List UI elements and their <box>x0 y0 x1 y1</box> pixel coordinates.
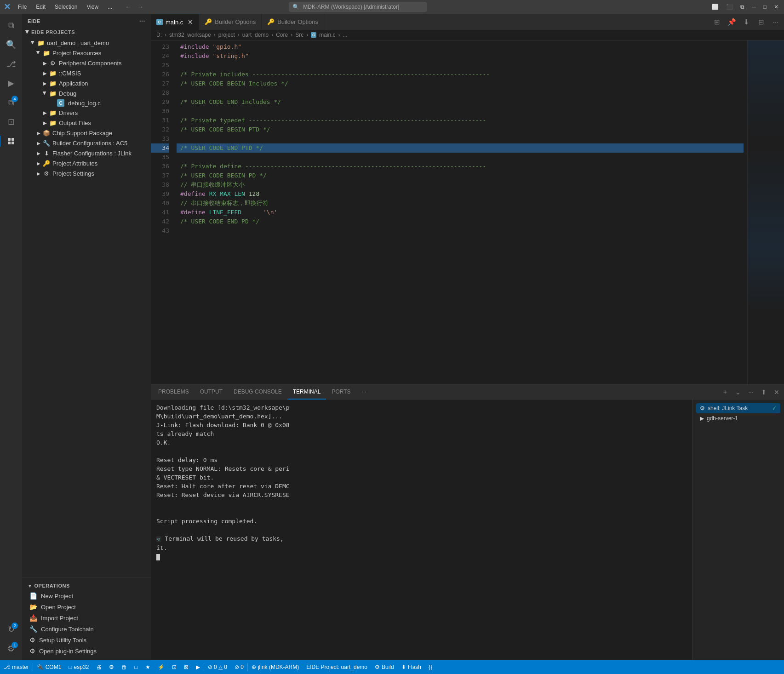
status-build-square[interactable]: □ <box>131 660 141 674</box>
activity-settings[interactable]: ⚙ 1 <box>3 641 19 657</box>
sidebar-item-peripheral-components[interactable]: ▶ ⚙ Peripheral Components <box>22 58 151 68</box>
op-import-project[interactable]: 📥 Import Project <box>22 612 151 623</box>
tab-builder-options-1[interactable]: 🔑 Builder Options <box>199 14 262 30</box>
sidebar-item-debug[interactable]: ▶ 📁 Debug <box>22 88 151 98</box>
sidebar-item-application[interactable]: ▶ 📁 Application <box>22 78 151 88</box>
terminal-line-10: Reset: Halt core after reset via DEMC <box>156 482 687 491</box>
sidebar-item-flasher-config[interactable]: ▶ ⬇ Flasher Configurations : JLink <box>22 148 151 158</box>
sidebar-item-project-attributes[interactable]: ▶ 🔑 Project Attributes <box>22 158 151 168</box>
code-line-29: /* USER CODE END Includes */ <box>177 97 744 107</box>
more-options-icon[interactable]: ··· <box>769 16 782 29</box>
activity-debug[interactable]: ▶ <box>3 75 19 91</box>
status-flash[interactable]: ⬇ Flash <box>398 660 425 674</box>
status-build[interactable]: ⚙ Build <box>371 660 398 674</box>
project-root[interactable]: ▶ 📁 uart_demo : uart_demo <box>22 38 151 48</box>
braces-label: {} <box>429 664 432 670</box>
terminal-line-8: Reset type NORMAL: Resets core & peri <box>156 464 687 473</box>
sidebar-item-drivers[interactable]: ▶ 📁 Drivers <box>22 108 151 118</box>
download-icon[interactable]: ⬇ <box>740 16 753 29</box>
projects-label: EIDE PROJECTS <box>31 29 75 35</box>
status-serial[interactable]: ▶ <box>192 660 204 674</box>
op-new-project[interactable]: 📄 New Project <box>22 590 151 601</box>
nav-back[interactable]: ← <box>123 2 133 11</box>
op-open-project[interactable]: 📂 Open Project <box>22 601 151 612</box>
status-flash-bolt[interactable]: ⚡ <box>154 660 168 674</box>
status-braces[interactable]: {} <box>425 660 436 674</box>
status-printer[interactable]: 🖨 <box>92 660 105 674</box>
new-terminal-icon[interactable]: ＋ <box>720 387 731 398</box>
layout-icon3[interactable]: ⧉ <box>738 4 746 10</box>
terminal-output[interactable]: Downloading file [d:\stm32_worksape\p M\… <box>151 400 692 660</box>
terminal-session-gdb[interactable]: ▶ gdb-server-1 <box>696 413 780 423</box>
sidebar-item-project-settings[interactable]: ▶ ⚙ Project Settings <box>22 168 151 178</box>
activity-source-control[interactable]: ⎇ <box>3 56 19 72</box>
sidebar-item-project-resources[interactable]: ▶ 📁 Project Resources <box>22 48 151 58</box>
nav-forward[interactable]: → <box>135 2 145 11</box>
status-trash[interactable]: 🗑 <box>118 660 131 674</box>
code-line-42: /* USER CODE END PD */ <box>177 217 744 226</box>
status-monitor[interactable]: ⊠ <box>180 660 192 674</box>
code-content[interactable]: #include "gpio.h" #include "string.h" /*… <box>173 40 747 384</box>
sidebar-item-output-files[interactable]: ▶ 📁 Output Files <box>22 118 151 128</box>
status-eide-project[interactable]: EIDE Project: uart_demo <box>303 660 371 674</box>
operations-header[interactable]: ▼ OPERATIONS <box>22 581 151 590</box>
menu-more[interactable]: ... <box>104 3 116 11</box>
settings-label: Project Settings <box>52 170 151 177</box>
status-git[interactable]: ⎇ master <box>0 660 33 674</box>
pin-icon[interactable]: 📌 <box>725 16 738 29</box>
activity-extensions[interactable]: ⧉ 4 <box>3 95 19 110</box>
status-errors[interactable]: ⊘ 0 △ 0 <box>204 660 231 674</box>
sidebar-more-icon[interactable]: ··· <box>139 17 145 25</box>
tab-builder-options-2[interactable]: 🔑 Builder Options <box>262 14 324 30</box>
tab-main-c-close[interactable]: ✕ <box>188 18 193 26</box>
status-settings[interactable]: ⚙ <box>105 660 118 674</box>
tab-ports[interactable]: PORTS <box>326 385 356 400</box>
tree-view: ▶ EIDE PROJECTS ▶ 📁 uart_demo : uart_dem… <box>22 27 151 577</box>
attributes-icon: 🔑 <box>42 159 51 167</box>
menu-file[interactable]: File <box>14 3 30 11</box>
status-board[interactable]: □ esp32 <box>65 660 92 674</box>
layout-icon2[interactable]: ⬛ <box>724 4 735 10</box>
op-setup-utility-tools[interactable]: ⚙ Setup Utility Tools <box>22 634 151 645</box>
tab-main-c[interactable]: C main.c ✕ <box>151 14 199 30</box>
close-button[interactable]: ✕ <box>772 4 780 10</box>
sidebar-item-debug-log-c[interactable]: ▶ C debug_log.c <box>22 98 151 108</box>
tab-debug-console[interactable]: DEBUG CONSOLE <box>228 385 287 400</box>
activity-remote[interactable]: ⊡ <box>3 114 19 130</box>
activity-explorer[interactable]: ⧉ <box>3 17 19 33</box>
split-editor-icon[interactable]: ⊞ <box>710 16 723 29</box>
tab-more[interactable]: ··· <box>356 385 372 400</box>
status-jlink[interactable]: ⊕ jlink (MDK-ARM) <box>248 660 303 674</box>
tab-output[interactable]: OUTPUT <box>195 385 228 400</box>
menu-selection[interactable]: Selection <box>51 3 81 11</box>
activity-search[interactable]: 🔍 <box>3 37 19 52</box>
sidebar-item-cmsis[interactable]: ▶ 📁 ::CMSIS <box>22 68 151 78</box>
title-search[interactable]: 🔍 MDK-ARM (Workspace) [Administrator] <box>289 2 427 12</box>
import-project-icon: 📥 <box>29 614 37 622</box>
menu-view[interactable]: View <box>83 3 102 11</box>
terminal-options-icon[interactable]: ··· <box>745 387 756 398</box>
activity-settings-sync[interactable]: ↻ 2 <box>3 622 19 637</box>
terminal-session-jlink[interactable]: ⚙ shell: JLink Task ✓ <box>696 403 780 413</box>
op-configure-toolchain[interactable]: 🔧 Configure Toolchain <box>22 623 151 634</box>
tab-problems[interactable]: PROBLEMS <box>153 385 195 400</box>
op-open-plugin-settings[interactable]: ⚙ Open plug-in Settings <box>22 645 151 657</box>
maximize-button[interactable]: □ <box>761 4 768 10</box>
sidebar-item-builder-config[interactable]: ▶ 🔧 Builder Configurations : AC5 <box>22 138 151 148</box>
status-warnings[interactable]: ⊘ 0 <box>231 660 247 674</box>
terminal-more-icon[interactable]: ⌄ <box>732 387 744 398</box>
terminal-close-icon[interactable]: ✕ <box>771 387 782 398</box>
layout-icon1[interactable]: ⬜ <box>710 4 721 10</box>
menu-edit[interactable]: Edit <box>32 3 49 11</box>
sidebar-item-chip-support[interactable]: ▶ 📦 Chip Support Package <box>22 128 151 138</box>
status-com[interactable]: 🔌 COM1 <box>33 660 65 674</box>
status-star[interactable]: ★ <box>142 660 154 674</box>
sidebar-toggle-icon[interactable]: ⊟ <box>755 16 767 29</box>
cmsis-label: ::CMSIS <box>59 70 151 77</box>
terminal-maximize-icon[interactable]: ⬆ <box>758 387 769 398</box>
tab-terminal[interactable]: TERMINAL <box>287 385 326 400</box>
projects-section-header[interactable]: ▶ EIDE PROJECTS <box>22 27 151 38</box>
activity-eide[interactable] <box>3 133 19 149</box>
minimize-button[interactable]: ─ <box>750 4 758 10</box>
status-terminal-sq[interactable]: ⊡ <box>168 660 180 674</box>
